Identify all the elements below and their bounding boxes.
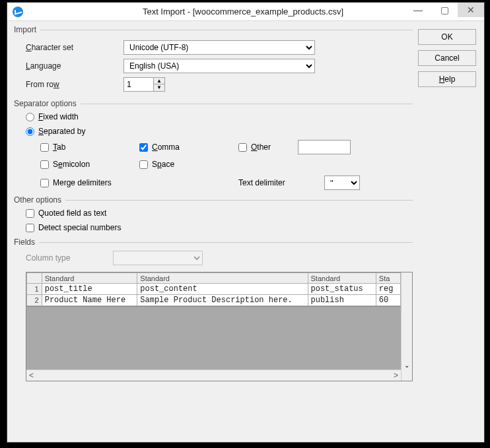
close-button[interactable]: ✕ [458, 3, 484, 17]
main-panel: Import Character set Unicode (UTF-8) Lan… [14, 25, 413, 435]
charset-label: Character set [26, 43, 123, 52]
help-button[interactable]: Help [418, 71, 476, 87]
titlebar: Text Import - [woocommerce_example_produ… [7, 3, 484, 21]
comma-checkbox[interactable]: Comma [139, 143, 238, 152]
other-checkbox[interactable]: Other [238, 143, 298, 152]
tab-checkbox[interactable]: Tab [40, 143, 139, 152]
col-header[interactable]: Sta [376, 273, 400, 284]
separator-group: Separator options Fixed width Separated … [14, 99, 413, 190]
import-legend: Import [14, 25, 36, 34]
preview-header-row: Standard Standard Standard Sta [27, 273, 401, 284]
quoted-field-checkbox[interactable]: Quoted field as text [26, 208, 413, 218]
detect-numbers-checkbox[interactable]: Detect special numbers [26, 223, 413, 232]
detect-label: Detect special numbers [38, 223, 121, 232]
fromrow-label: From row [26, 80, 123, 89]
col-header[interactable]: Standard [42, 273, 137, 284]
separated-by-radio-input[interactable] [26, 127, 34, 136]
ok-button[interactable]: OK [418, 29, 476, 45]
spinner-buttons[interactable]: ▲▼ [153, 77, 165, 92]
fromrow-spinner[interactable]: ▲▼ [123, 77, 165, 92]
other-options-group: Other options Quoted field as text Detec… [14, 195, 413, 232]
merge-label: Merge delimiters [53, 178, 112, 187]
client-area: Import Character set Unicode (UTF-8) Lan… [7, 21, 484, 442]
separated-by-radio[interactable]: Separated by [26, 127, 413, 136]
language-label: Language [26, 61, 123, 71]
maximize-button[interactable]: ▢ [431, 3, 458, 17]
other-input[interactable] [298, 140, 351, 154]
preview-table[interactable]: Standard Standard Standard Sta 1 [26, 272, 401, 306]
space-checkbox[interactable]: Space [139, 160, 238, 169]
preview-pane: Standard Standard Standard Sta 1 [26, 272, 413, 381]
fixed-width-radio[interactable]: Fixed width [26, 112, 413, 121]
preview-empty-area [26, 306, 401, 369]
quoted-label: Quoted field as text [38, 208, 106, 218]
side-buttons: OK Cancel Help [418, 25, 477, 435]
charset-select[interactable]: Unicode (UTF-8) [123, 40, 315, 55]
text-delimiter-select[interactable]: " [324, 176, 360, 190]
fields-legend: Fields [14, 238, 35, 247]
scroll-left-icon[interactable]: < [29, 371, 34, 380]
table-row: 2 Product Name Here Sample Product Descr… [27, 295, 401, 306]
other-legend: Other options [14, 195, 61, 205]
merge-delimiters-checkbox[interactable]: Merge delimiters [40, 178, 238, 187]
dialog-window: Text Import - [woocommerce_example_produ… [7, 2, 485, 443]
text-delimiter-label: Text delimiter [238, 178, 324, 187]
vertical-scrollbar[interactable]: ⌄ [401, 272, 412, 381]
separator-legend: Separator options [14, 99, 77, 108]
window-controls: — ▢ ✕ [405, 3, 484, 18]
col-header[interactable]: Standard [137, 273, 308, 284]
semicolon-checkbox[interactable]: Semicolon [40, 160, 139, 169]
horizontal-scrollbar[interactable]: < > [26, 369, 401, 381]
fromrow-input[interactable] [123, 77, 154, 92]
minimize-button[interactable]: — [405, 3, 431, 17]
fixed-width-radio-input[interactable] [26, 113, 34, 121]
column-type-label: Column type [26, 253, 105, 263]
app-icon [13, 7, 23, 17]
language-select[interactable]: English (USA) [123, 59, 315, 73]
scroll-right-icon[interactable]: > [394, 371, 398, 380]
table-row: 1 post_title post_content post_status re… [27, 284, 401, 295]
column-type-select [113, 251, 203, 265]
col-header[interactable]: Standard [308, 273, 376, 284]
import-group: Import Character set Unicode (UTF-8) Lan… [14, 25, 413, 94]
fields-group: Fields Column type [14, 238, 413, 381]
cancel-button[interactable]: Cancel [418, 50, 476, 66]
scroll-down-icon[interactable]: ⌄ [404, 362, 409, 381]
